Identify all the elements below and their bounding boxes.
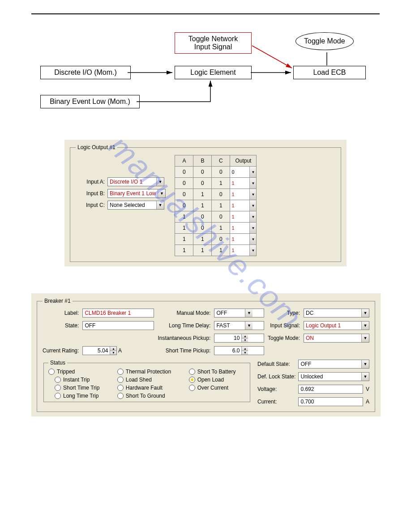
logic-output-panel: Logic Output #1 Input A: Discrete I/O 1▼… <box>64 140 347 266</box>
truth-row: 0000▼ <box>175 167 257 178</box>
manual-mode-lbl: Manual Mode: <box>158 310 210 316</box>
input-a-label: Input A: <box>76 179 105 185</box>
current-rating-lbl: Current Rating: <box>43 348 79 354</box>
input-c-label: Input C: <box>76 202 105 208</box>
status-instant-trip[interactable]: Instant Trip <box>48 377 109 383</box>
input-signal-combo[interactable]: Logic Output 1▼ <box>304 321 369 330</box>
toggle-mode-ellipse: Toggle Mode <box>295 32 354 50</box>
svg-line-2 <box>252 46 292 68</box>
current-rating-unit: A <box>118 348 122 354</box>
st-pickup-spin[interactable]: 6.0▲▼ <box>214 346 264 355</box>
toggle-network-box: Toggle Network Input Signal <box>175 32 252 54</box>
type-combo[interactable]: DC▼ <box>304 309 369 317</box>
status-fieldset: Status Tripped Thermal Protection Short … <box>43 360 250 402</box>
input-c-combo[interactable]: None Selected▼ <box>107 201 164 210</box>
block-diagram: Toggle Network Input Signal Toggle Mode … <box>31 32 380 122</box>
load-ecb-box: Load ECB <box>293 66 366 79</box>
truth-table: A B C Output 0000▼0011▼0101▼0111▼1001▼10… <box>175 155 257 256</box>
toggle-mode-combo[interactable]: ON▼ <box>304 334 369 343</box>
binary-event-box: Binary Event Low (Mom.) <box>40 95 140 108</box>
status-short-ground[interactable]: Short To Ground <box>117 393 181 399</box>
status-over-current[interactable]: Over Current <box>189 385 245 391</box>
input-b-combo[interactable]: Binary Event 1 Low▼ <box>107 189 166 198</box>
toggle-mode-lbl: Toggle Mode: <box>268 335 300 341</box>
label-lbl: Label: <box>43 310 79 316</box>
truth-row: 0101▼ <box>175 189 257 200</box>
output-combo[interactable]: 1▼ <box>230 245 256 256</box>
default-state-combo[interactable]: OFF▼ <box>298 360 369 369</box>
status-short-battery[interactable]: Short To Battery <box>189 369 245 375</box>
truth-row: 0011▼ <box>175 178 257 189</box>
output-combo[interactable]: 1▼ <box>230 200 256 211</box>
logic-legend: Logic Output #1 <box>76 144 117 150</box>
state-field: OFF <box>82 321 154 330</box>
output-combo[interactable]: 1▼ <box>230 189 256 200</box>
voltage-lbl: Voltage: <box>257 386 295 392</box>
input-signal-lbl: Input Signal: <box>268 322 300 329</box>
def-lock-lbl: Def. Lock State: <box>257 373 295 380</box>
type-lbl: Type: <box>268 310 300 316</box>
status-load-shed[interactable]: Load Shed <box>117 377 181 383</box>
logic-element-box: Logic Element <box>175 66 252 79</box>
truth-row: 1101▼ <box>175 234 257 245</box>
ltd-lbl: Long Time Delay: <box>158 322 210 329</box>
chevron-down-icon: ▼ <box>158 189 165 197</box>
ltd-combo[interactable]: FAST▼ <box>214 321 264 330</box>
status-tripped[interactable]: Tripped <box>48 369 109 375</box>
output-combo[interactable]: 1▼ <box>230 178 256 189</box>
label-field[interactable]: CLMD16 Breaker 1 <box>82 309 154 317</box>
output-combo[interactable]: 1▼ <box>230 234 256 245</box>
truth-row: 1111▼ <box>175 245 257 256</box>
status-hw-fault[interactable]: Hardware Fault <box>117 385 181 391</box>
discrete-io-box: Discrete I/O (Mom.) <box>40 66 131 79</box>
chevron-down-icon: ▼ <box>156 178 164 186</box>
current-field: 0.700 <box>298 397 363 406</box>
inst-pickup-spin[interactable]: 10▲▼ <box>214 334 264 343</box>
status-open-load[interactable]: Open Load <box>189 377 245 383</box>
output-combo[interactable]: 1▼ <box>230 223 256 233</box>
st-pickup-lbl: Short Time Pickup: <box>158 348 210 354</box>
inst-pickup-lbl: Instantaneous Pickup: <box>158 335 210 341</box>
top-divider <box>31 13 380 14</box>
default-state-lbl: Default State: <box>257 361 295 367</box>
current-unit: A <box>366 399 369 405</box>
truth-row: 1001▼ <box>175 211 257 223</box>
manual-mode-combo[interactable]: OFF▼ <box>214 309 264 317</box>
truth-row: 0111▼ <box>175 200 257 211</box>
def-lock-combo[interactable]: Unlocked▼ <box>298 372 369 381</box>
output-combo[interactable]: 0▼ <box>230 167 256 177</box>
input-a-combo[interactable]: Discrete I/O 1▼ <box>107 177 164 186</box>
breaker-panel: Breaker #1 Label: CLMD16 Breaker 1 Manua… <box>31 293 381 416</box>
state-lbl: State: <box>43 322 79 329</box>
chevron-down-icon: ▼ <box>156 201 164 209</box>
truth-row: 1011▼ <box>175 223 257 234</box>
current-rating-spin[interactable]: 5.04▲▼ <box>82 346 117 355</box>
output-combo[interactable]: 1▼ <box>230 211 256 222</box>
status-thermal[interactable]: Thermal Protection <box>117 369 181 375</box>
status-short-time-trip[interactable]: Short Time Trip <box>48 385 109 391</box>
voltage-unit: V <box>366 386 369 392</box>
status-long-time-trip[interactable]: Long Time Trip <box>48 393 109 399</box>
breaker-legend: Breaker #1 <box>43 298 73 304</box>
current-lbl: Current: <box>257 399 295 405</box>
input-b-label: Input B: <box>76 190 105 197</box>
voltage-field: 0.692 <box>298 385 363 394</box>
